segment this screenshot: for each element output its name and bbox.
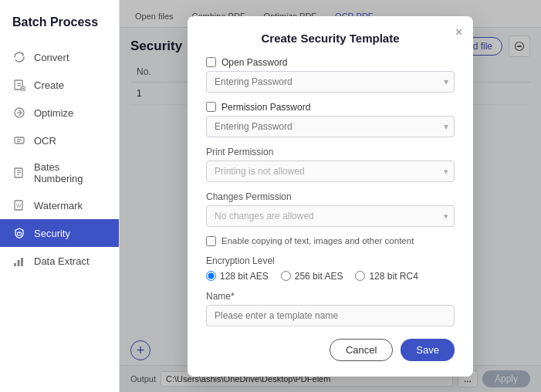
modal-close-button[interactable]: ×	[455, 25, 462, 39]
enable-copy-label: Enable copying of text, images and other…	[221, 236, 414, 245]
optimize-icon	[12, 106, 26, 120]
save-button[interactable]: Save	[401, 339, 455, 361]
modal-actions: Cancel Save	[206, 339, 455, 361]
sidebar-item-label-convert: Convert	[34, 52, 69, 63]
sidebar-title: Batch Process	[0, 8, 119, 43]
sidebar-item-convert[interactable]: Convert	[0, 43, 119, 71]
data-extract-icon	[12, 254, 26, 268]
modal-overlay: Create Security Template × Open Password…	[120, 0, 541, 392]
sidebar-item-bates-numbering[interactable]: Bates Numbering	[0, 154, 119, 191]
svg-point-18	[19, 232, 20, 234]
open-password-eye-icon: ▾	[444, 76, 448, 87]
svg-rect-8	[15, 137, 24, 144]
print-permission-select-wrap: Printing is not allowed	[206, 161, 455, 182]
enable-copy-checkbox[interactable]	[206, 236, 216, 246]
encryption-level-label: Encryption Level	[206, 255, 455, 266]
open-password-input-wrap: ▾	[206, 71, 455, 93]
open-password-checkbox[interactable]	[206, 57, 216, 67]
encryption-256aes[interactable]: 256 bit AES	[281, 271, 343, 282]
encryption-radio-group: 128 bit AES 256 bit AES 128 bit RC4	[206, 271, 455, 282]
watermark-icon: W	[12, 198, 26, 212]
create-icon	[12, 78, 26, 92]
changes-permission-field: Changes Permission No changes are allowe…	[206, 191, 455, 227]
changes-permission-select[interactable]: No changes are allowed	[206, 205, 455, 227]
template-name-field: Name*	[206, 291, 455, 326]
security-icon	[12, 226, 26, 240]
sidebar-item-label-optimize: Optimize	[34, 107, 73, 119]
permission-password-input-wrap: ▾	[206, 116, 455, 137]
permission-password-field: Permission Password ▾	[206, 102, 455, 137]
permission-password-eye-icon: ▾	[444, 121, 448, 132]
enable-copy-row: Enable copying of text, images and other…	[206, 236, 455, 246]
permission-password-input[interactable]	[206, 116, 455, 137]
sidebar-item-optimize[interactable]: Optimize	[0, 99, 119, 127]
svg-rect-20	[18, 260, 20, 266]
svg-text:W: W	[16, 203, 22, 208]
sidebar-item-label-security: Security	[34, 228, 70, 239]
open-password-label: Open Password	[221, 57, 287, 68]
encryption-128rc4-radio[interactable]	[355, 271, 365, 281]
main-area: Open files Combine PDF Optimize PDF OCR …	[120, 0, 541, 392]
sidebar-item-security[interactable]: Security	[0, 219, 119, 247]
print-permission-label: Print Permission	[206, 147, 455, 157]
print-permission-field: Print Permission Printing is not allowed	[206, 147, 455, 182]
encryption-256aes-radio[interactable]	[281, 271, 291, 281]
svg-rect-21	[21, 258, 23, 266]
permission-password-label: Permission Password	[221, 102, 310, 113]
changes-permission-label: Changes Permission	[206, 191, 455, 202]
sidebar-item-label-watermark: Watermark	[34, 200, 83, 211]
cancel-button[interactable]: Cancel	[330, 339, 393, 361]
encryption-128aes-radio[interactable]	[206, 271, 216, 281]
encryption-128aes[interactable]: 128 bit AES	[206, 271, 269, 282]
modal-title: Create Security Template	[206, 32, 455, 45]
sidebar-item-label-ocr: OCR	[34, 135, 56, 147]
print-permission-select[interactable]: Printing is not allowed	[206, 161, 455, 182]
sidebar-item-label-data-extract: Data Extract	[34, 255, 90, 267]
changes-permission-select-wrap: No changes are allowed	[206, 205, 455, 227]
sidebar-item-data-extract[interactable]: Data Extract	[0, 247, 119, 275]
sidebar-item-label-bates: Bates Numbering	[34, 161, 107, 184]
sidebar-item-label-create: Create	[34, 79, 64, 91]
convert-icon	[12, 50, 26, 64]
encryption-256aes-label: 256 bit AES	[295, 271, 343, 282]
open-password-input[interactable]	[206, 71, 455, 93]
encryption-128rc4[interactable]: 128 bit RC4	[355, 271, 418, 282]
encryption-128aes-label: 128 bit AES	[220, 271, 269, 282]
encryption-128rc4-label: 128 bit RC4	[369, 271, 418, 282]
permission-password-checkbox[interactable]	[206, 102, 216, 112]
encryption-section: Encryption Level 128 bit AES 256 bit AES…	[206, 255, 455, 282]
svg-rect-19	[14, 263, 16, 266]
bates-icon	[12, 166, 26, 180]
ocr-icon	[12, 133, 26, 147]
sidebar-item-ocr[interactable]: OCR	[0, 127, 119, 154]
sidebar-item-watermark[interactable]: W Watermark	[0, 191, 119, 219]
open-password-field: Open Password ▾	[206, 57, 455, 93]
sidebar: Batch Process Convert Create Optimize OC…	[0, 0, 120, 392]
template-name-label: Name*	[206, 291, 455, 302]
template-name-input[interactable]	[206, 305, 455, 326]
sidebar-item-create[interactable]: Create	[0, 71, 119, 99]
create-security-template-modal: Create Security Template × Open Password…	[188, 16, 473, 377]
